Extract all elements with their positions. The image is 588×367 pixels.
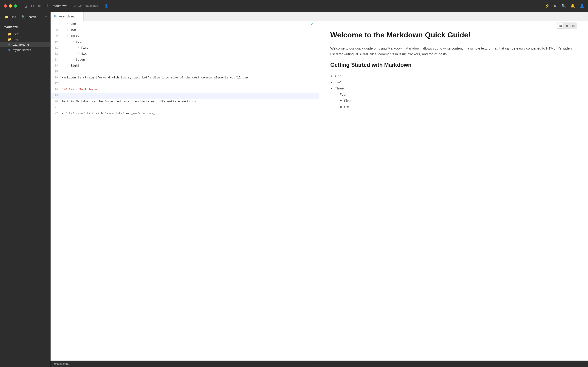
- list-item: Six: [344, 104, 577, 110]
- git-icon: ⎇: [73, 4, 77, 8]
- search-icon[interactable]: 🔍: [561, 4, 566, 8]
- line-container: 7 * One 8 * Two 9 * Three: [51, 21, 319, 117]
- tab-close-icon[interactable]: ×: [78, 15, 80, 18]
- tab-md-icon: M↓: [54, 15, 57, 18]
- tab-label: example.md: [59, 15, 75, 18]
- line-number: 14: [51, 63, 61, 69]
- line-number: 13: [51, 57, 61, 63]
- minimize-button[interactable]: [9, 4, 12, 8]
- view-btn-split[interactable]: ▣: [564, 23, 570, 28]
- add-tab-icon[interactable]: +: [44, 15, 47, 19]
- line-content: * Two: [61, 27, 319, 33]
- line-number: 11: [51, 45, 61, 51]
- close-button[interactable]: [4, 4, 7, 8]
- titlebar: ⬚ ⊟ ⊞ ⠿ markdown ⎇ Git Unavailable 👤+ ⚡ …: [0, 0, 588, 12]
- code-line-20: 20 Text in Markdown can be formatted to …: [51, 99, 319, 105]
- code-line-9: 9 * Three: [51, 33, 319, 39]
- line-content: * Five: [61, 45, 319, 51]
- line-content: Text in Markdown can be formatted to add…: [61, 99, 319, 104]
- grid-icon[interactable]: ⠿: [45, 4, 48, 8]
- code-line-16: 16 Markdown is straightforward with its …: [51, 75, 319, 81]
- line-number: 9: [51, 33, 61, 39]
- tree-item-fleet[interactable]: › 📁 .fleet: [0, 31, 50, 37]
- code-line-18: 18 ### Basic Text Formatting: [51, 87, 319, 93]
- split-icon[interactable]: ⊞: [38, 4, 41, 8]
- line-content: * One: [61, 21, 319, 27]
- code-line-8: 8 * Two: [51, 27, 319, 33]
- list-item: Two: [335, 79, 577, 85]
- content-area: M↓ example.md × ▤ ▣ ▥: [51, 12, 588, 367]
- preview-h1: Welcome to the Markdown Quick Guide!: [330, 30, 577, 40]
- view-btn-editor[interactable]: ▤: [557, 23, 563, 28]
- project-title: markdown: [0, 22, 50, 31]
- git-status[interactable]: ⎇ Git Unavailable: [73, 4, 98, 8]
- files-icon: 📁: [5, 15, 8, 19]
- files-label: Files: [10, 15, 16, 19]
- line-number: 18: [51, 87, 61, 92]
- line-content: ### Basic Text Formatting: [61, 87, 319, 92]
- line-number: 15: [51, 69, 61, 75]
- line-content: * Seven: [61, 57, 319, 63]
- md-file-badge: M↓: [8, 43, 11, 46]
- line-content: - *Italicize* text with *asterisks* or _…: [61, 111, 319, 116]
- editor-tab-example-md[interactable]: M↓ example.md ×: [51, 12, 84, 21]
- chevron-right-icon: ›: [4, 33, 6, 35]
- git-status-text: Git Unavailable: [78, 4, 98, 8]
- tree-item-example-md[interactable]: › M↓ example.md: [0, 42, 50, 47]
- line-number: 17: [51, 81, 61, 86]
- view-toggle: ▤ ▣ ▥: [557, 23, 577, 29]
- titlebar-actions: ⚡ ▶ 🔍 🔔 👤: [545, 4, 584, 8]
- preview-view-icon: ▥: [572, 24, 575, 27]
- list-item: One: [335, 73, 577, 79]
- code-line-21: 21: [51, 105, 319, 110]
- tree-item-my-markdown[interactable]: › M↓ my.markdown: [0, 47, 50, 52]
- preview-intro: Welcome to our quick guide on using Mark…: [330, 45, 577, 57]
- code-line-10: 10 * Four: [51, 39, 319, 45]
- code-line-15: 15: [51, 69, 319, 75]
- traffic-lights: [4, 4, 17, 8]
- sidebar-toggle-icon[interactable]: ⬚: [23, 4, 27, 8]
- add-profile-icon[interactable]: 👤+: [104, 4, 110, 8]
- main-layout: 📁 Files 🔍 Search + markdown › 📁 .fleet ›…: [0, 12, 588, 367]
- status-filename: example.md: [54, 362, 69, 365]
- code-line-17: 17: [51, 81, 319, 87]
- code-line-12: 12 * Six: [51, 51, 319, 57]
- lightning-icon[interactable]: ⚡: [545, 4, 549, 8]
- code-line-14: 14 * Eight: [51, 63, 319, 69]
- code-line-19: 19: [51, 93, 319, 99]
- run-icon[interactable]: ▶: [554, 4, 557, 8]
- folder-icon: 📁: [8, 38, 11, 41]
- tree-item-label: .fleet: [13, 32, 19, 36]
- editor-pane[interactable]: ✓ 7 * One 8 * Two 9: [51, 21, 319, 361]
- view-btn-preview[interactable]: ▥: [570, 23, 576, 28]
- sidebar-tab-search[interactable]: 🔍 Search: [20, 14, 37, 19]
- code-line-22: 22 - *Italicize* text with *asterisks* o…: [51, 110, 319, 117]
- line-number: 16: [51, 75, 61, 81]
- line-number: 10: [51, 39, 61, 45]
- tree-item-label: img: [13, 38, 18, 41]
- file-tree: › 📁 .fleet › 📁 img › M↓ example.md › M↓ …: [0, 31, 50, 367]
- sidebar-tab-files[interactable]: 📁 Files: [3, 14, 17, 19]
- tree-item-img[interactable]: › 📁 img: [0, 37, 50, 42]
- window-controls: ⬚ ⊟ ⊞ ⠿: [23, 4, 48, 8]
- line-content: * Three: [61, 33, 319, 39]
- bell-icon[interactable]: 🔔: [571, 4, 575, 8]
- line-content: * Six: [61, 51, 319, 57]
- maximize-button[interactable]: [14, 4, 17, 8]
- preview-pane: Welcome to the Markdown Quick Guide! Wel…: [319, 21, 588, 361]
- line-number: 12: [51, 51, 61, 57]
- profile-icon[interactable]: 👤: [580, 4, 584, 8]
- preview-list: One Two Three Four Five Six: [335, 73, 577, 110]
- search-tab-icon: 🔍: [21, 15, 25, 19]
- code-line-11: 11 * Five: [51, 45, 319, 51]
- layout-icon[interactable]: ⊟: [31, 4, 34, 8]
- md-file-badge: M↓: [8, 49, 11, 51]
- nested-list: Four Five Six: [339, 91, 577, 110]
- sidebar-tabs: 📁 Files 🔍 Search +: [0, 12, 50, 22]
- tree-item-label: example.md: [13, 43, 29, 46]
- line-content: * Eight: [61, 63, 319, 69]
- line-content: * Four: [61, 39, 319, 45]
- check-icon[interactable]: ✓: [309, 21, 315, 27]
- preview-h2: Getting Started with Markdown: [330, 62, 577, 68]
- line-number: 19: [51, 93, 61, 98]
